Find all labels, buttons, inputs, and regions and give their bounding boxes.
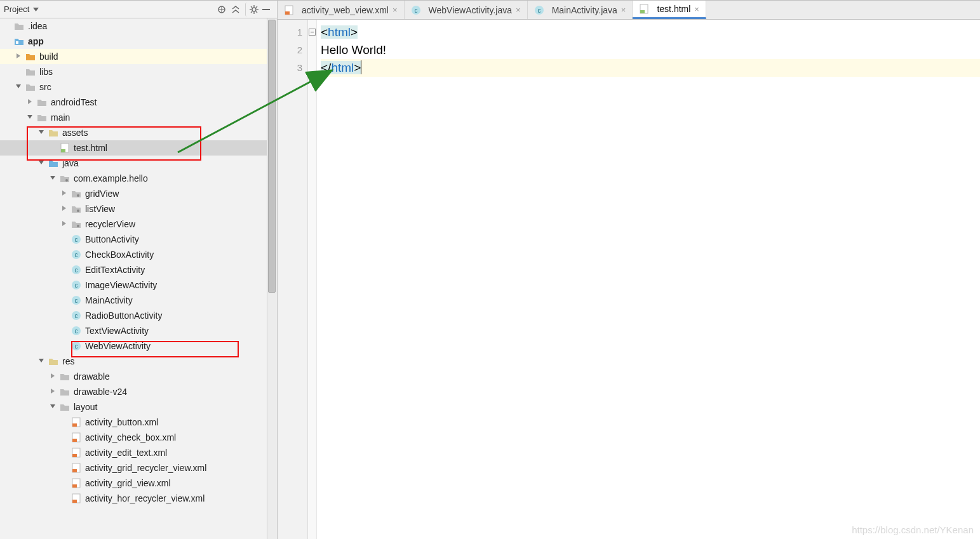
collapse-all-icon[interactable] bbox=[229, 3, 243, 17]
tab-mainactivity[interactable]: c MainActivity.java × bbox=[528, 1, 633, 19]
tree-item-class[interactable]: cWebViewActivity bbox=[0, 338, 277, 354]
tree-item-gridview-pkg[interactable]: gridView bbox=[0, 186, 277, 201]
svg-rect-52 bbox=[72, 423, 77, 427]
class-icon: c bbox=[71, 265, 81, 275]
tree-item-class[interactable]: cButtonActivity bbox=[0, 232, 277, 247]
tab-webviewactivity[interactable]: c WebViewActivity.java × bbox=[405, 1, 528, 19]
caret bbox=[361, 60, 361, 74]
tree-item-xml[interactable]: activity_check_box.xml bbox=[0, 430, 277, 445]
close-icon[interactable]: × bbox=[621, 5, 626, 15]
project-panel-header: Project bbox=[0, 1, 277, 18]
arrow-right-icon bbox=[50, 373, 57, 380]
arrow-right-icon bbox=[61, 220, 69, 228]
editor-body[interactable]: 1 2 3 <html> Hello World! </html> bbox=[278, 20, 980, 539]
package-icon bbox=[71, 204, 81, 214]
svg-rect-62 bbox=[72, 500, 77, 503]
fold-strip[interactable] bbox=[308, 20, 317, 539]
tree-item-class[interactable]: cMainActivity bbox=[0, 293, 277, 308]
tree-item-class[interactable]: cImageViewActivity bbox=[0, 277, 277, 293]
tree-item-class[interactable]: cTextViewActivity bbox=[0, 323, 277, 338]
tree-item-label: assets bbox=[62, 128, 88, 138]
tree-item-class[interactable]: cRadioButtonActivity bbox=[0, 308, 277, 323]
xml-file-icon bbox=[71, 432, 81, 443]
tree-item-label: activity_edit_text.xml bbox=[85, 448, 167, 458]
fold-icon[interactable] bbox=[309, 29, 316, 36]
project-panel-title[interactable]: Project bbox=[4, 4, 29, 14]
svg-rect-64 bbox=[285, 11, 290, 15]
tree-item-label: recyclerView bbox=[85, 219, 135, 229]
close-icon[interactable]: × bbox=[516, 5, 521, 15]
tree-item-xml[interactable]: activity_button.xml bbox=[0, 415, 277, 430]
tree-item-build[interactable]: build bbox=[0, 49, 277, 64]
arrow-right-icon bbox=[27, 98, 34, 106]
svg-rect-14 bbox=[16, 41, 18, 44]
tree-item-xml[interactable]: activity_hor_recycler_view.xml bbox=[0, 491, 277, 506]
tree-item-layout[interactable]: layout bbox=[0, 399, 277, 415]
folder-icon bbox=[37, 97, 47, 107]
tree-item-idea[interactable]: .idea bbox=[0, 18, 277, 34]
tree-item-src[interactable]: src bbox=[0, 79, 277, 95]
hide-panel-icon[interactable] bbox=[259, 3, 273, 17]
svg-marker-15 bbox=[17, 53, 20, 58]
tree-item-recyclerview-pkg[interactable]: recyclerView bbox=[0, 216, 277, 232]
class-icon: c bbox=[71, 341, 81, 351]
gutter: 1 2 3 bbox=[278, 20, 308, 539]
tab-label: WebViewActivity.java bbox=[429, 5, 513, 15]
tree-item-package[interactable]: com.example.hello bbox=[0, 171, 277, 186]
svg-rect-54 bbox=[72, 439, 77, 442]
svg-marker-19 bbox=[39, 130, 44, 134]
xml-file-icon bbox=[71, 463, 81, 473]
tree-item-label: java bbox=[62, 158, 79, 168]
tree-item-java[interactable]: java bbox=[0, 156, 277, 171]
tree-item-libs[interactable]: libs bbox=[0, 64, 277, 79]
tree-item-app[interactable]: app bbox=[0, 34, 277, 49]
tree-item-label: libs bbox=[39, 67, 53, 77]
scrollbar-thumb[interactable] bbox=[268, 20, 276, 293]
xml-file-icon bbox=[71, 448, 81, 458]
svg-text:c: c bbox=[414, 7, 417, 14]
tree-item-xml[interactable]: activity_grid_recycler_view.xml bbox=[0, 460, 277, 476]
svg-marker-25 bbox=[62, 190, 66, 196]
code-area[interactable]: <html> Hello World! </html> bbox=[317, 20, 980, 539]
tree-item-label: ButtonActivity bbox=[85, 234, 139, 244]
tab-activity-web-view[interactable]: activity_web_view.xml × bbox=[278, 1, 405, 19]
tree-item-xml[interactable]: activity_grid_view.xml bbox=[0, 476, 277, 491]
tree-item-test-html[interactable]: test.html bbox=[0, 140, 277, 156]
svg-text:c: c bbox=[75, 267, 78, 274]
tree-item-label: gridView bbox=[85, 189, 119, 199]
close-icon[interactable]: × bbox=[393, 5, 398, 15]
gear-icon[interactable] bbox=[245, 3, 259, 17]
tree-item-androidtest[interactable]: androidTest bbox=[0, 95, 277, 110]
folder-icon bbox=[25, 67, 36, 77]
tree-item-main[interactable]: main bbox=[0, 110, 277, 125]
tree-item-drawable[interactable]: drawable bbox=[0, 369, 277, 384]
class-icon: c bbox=[71, 295, 81, 305]
svg-text:c: c bbox=[75, 343, 78, 350]
tree-item-listview-pkg[interactable]: listView bbox=[0, 201, 277, 216]
tree-item-drawable-v24[interactable]: drawable-v24 bbox=[0, 384, 277, 399]
sync-icon[interactable] bbox=[215, 3, 229, 17]
svg-text:c: c bbox=[75, 312, 78, 319]
tree-item-xml[interactable]: activity_edit_text.xml bbox=[0, 445, 277, 460]
tree-item-assets[interactable]: assets bbox=[0, 125, 277, 140]
tree-item-label: test.html bbox=[74, 143, 107, 153]
tab-test-html[interactable]: test.html × bbox=[633, 1, 706, 19]
arrow-down-icon bbox=[38, 159, 46, 167]
tab-label: test.html bbox=[657, 4, 690, 14]
close-icon[interactable]: × bbox=[694, 4, 699, 14]
scrollbar[interactable] bbox=[267, 18, 277, 539]
tree-item-class[interactable]: cCheckBoxActivity bbox=[0, 247, 277, 262]
xml-file-icon bbox=[284, 5, 294, 15]
svg-marker-16 bbox=[16, 84, 21, 88]
chevron-down-icon[interactable] bbox=[33, 8, 39, 11]
class-icon: c bbox=[71, 326, 81, 336]
svg-marker-22 bbox=[39, 161, 44, 164]
class-icon: c bbox=[71, 234, 81, 244]
svg-point-28 bbox=[77, 210, 79, 212]
tree-item-label: app bbox=[28, 36, 44, 46]
arrow-down-icon bbox=[50, 175, 57, 182]
tree-item-res[interactable]: res bbox=[0, 354, 277, 369]
project-tree[interactable]: .idea app build libs src bbox=[0, 18, 277, 539]
class-icon: c bbox=[71, 280, 81, 290]
tree-item-class[interactable]: cEditTextActivity bbox=[0, 262, 277, 277]
